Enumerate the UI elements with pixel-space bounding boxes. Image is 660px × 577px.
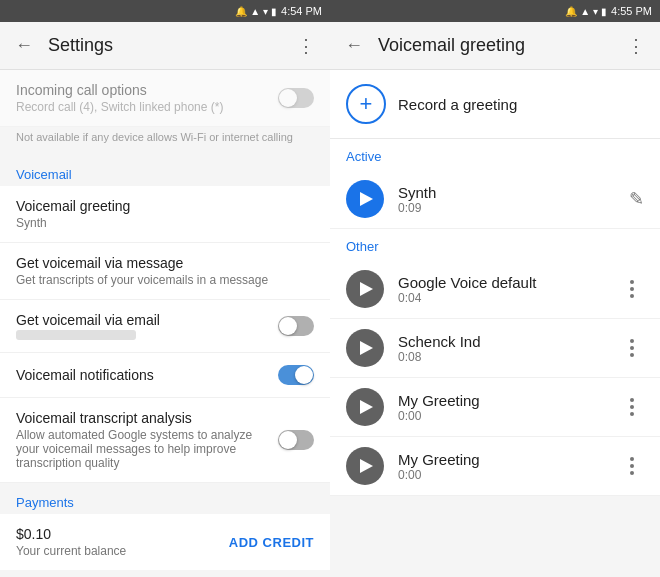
settings-app-bar: ← Settings ⋮ xyxy=(0,22,330,70)
more-vert-1[interactable] xyxy=(620,336,644,360)
voicemail-title: Voicemail greeting xyxy=(378,35,612,56)
voicemail-transcript-sublabel: Allow automated Google systems to analyz… xyxy=(16,428,270,470)
greeting-info-1: Schenck Ind 0:08 xyxy=(398,333,606,364)
record-plus-icon: + xyxy=(346,84,386,124)
record-greeting-button[interactable]: + Record a greeting xyxy=(330,70,660,139)
greeting-name-1: Schenck Ind xyxy=(398,333,606,350)
play-triangle-3 xyxy=(360,459,373,473)
payments-section-header: Payments xyxy=(0,483,330,514)
incoming-call-label: Incoming call options xyxy=(16,82,278,98)
back-button[interactable]: ← xyxy=(8,30,40,62)
voicemail-notifications-label: Voicemail notifications xyxy=(16,367,278,383)
incoming-call-sublabel: Record call (4), Switch linked phone (*) xyxy=(16,100,278,114)
settings-panel: 🔔 ▲ ▾ ▮ 4:54 PM ← Settings ⋮ Incoming ca… xyxy=(0,0,330,577)
active-greeting-name: Synth xyxy=(398,184,615,201)
signal-icon: ▲ xyxy=(250,6,260,17)
record-greeting-label: Record a greeting xyxy=(398,96,517,113)
voicemail-email-sublabel xyxy=(16,330,136,340)
greeting-name-2: My Greeting xyxy=(398,392,606,409)
voicemail-transcript-setting[interactable]: Voicemail transcript analysis Allow auto… xyxy=(0,398,330,483)
voicemail-greeting-panel: 🔔 ▲ ▾ ▮ 4:55 PM ← Voicemail greeting ⋮ +… xyxy=(330,0,660,577)
left-time: 4:54 PM xyxy=(281,5,322,17)
play-button-2[interactable] xyxy=(346,388,384,426)
payments-amount: $0.10 xyxy=(16,526,126,542)
voicemail-notifications-toggle[interactable] xyxy=(278,365,314,385)
voicemail-transcript-toggle[interactable] xyxy=(278,430,314,450)
voicemail-greeting-label: Voicemail greeting xyxy=(16,198,314,214)
settings-title: Settings xyxy=(48,35,282,56)
voicemail-notifications-setting[interactable]: Voicemail notifications xyxy=(0,353,330,398)
incoming-call-setting[interactable]: Incoming call options Record call (4), S… xyxy=(0,70,330,127)
play-triangle-1 xyxy=(360,341,373,355)
right-status-bar: 🔔 ▲ ▾ ▮ 4:55 PM xyxy=(330,0,660,22)
play-button-1[interactable] xyxy=(346,329,384,367)
play-triangle-2 xyxy=(360,400,373,414)
voicemail-more-button[interactable]: ⋮ xyxy=(620,30,652,62)
greeting-duration-3: 0:00 xyxy=(398,468,606,482)
more-vert-3[interactable] xyxy=(620,454,644,478)
active-play-button[interactable] xyxy=(346,180,384,218)
status-icons: 🔔 ▲ ▾ ▮ xyxy=(235,6,277,17)
active-greeting-item[interactable]: Synth 0:09 ✎ xyxy=(330,170,660,229)
greeting-duration-2: 0:00 xyxy=(398,409,606,423)
voicemail-message-label: Get voicemail via message xyxy=(16,255,314,271)
voicemail-message-setting[interactable]: Get voicemail via message Get transcript… xyxy=(0,243,330,300)
greeting-item-1[interactable]: Schenck Ind 0:08 xyxy=(330,319,660,378)
right-wifi-icon: ▾ xyxy=(593,6,598,17)
right-signal-icon: ▲ xyxy=(580,6,590,17)
greeting-item-3[interactable]: My Greeting 0:00 xyxy=(330,437,660,496)
payments-sublabel: Your current balance xyxy=(16,544,126,558)
play-triangle-0 xyxy=(360,282,373,296)
settings-more-button[interactable]: ⋮ xyxy=(290,30,322,62)
other-section-label: Other xyxy=(330,229,660,260)
toggle-thumb-notif xyxy=(295,366,313,384)
voicemail-section-header: Voicemail xyxy=(0,155,330,186)
active-section-label: Active xyxy=(330,139,660,170)
greeting-item-0[interactable]: Google Voice default 0:04 xyxy=(330,260,660,319)
greeting-info-2: My Greeting 0:00 xyxy=(398,392,606,423)
greeting-name-3: My Greeting xyxy=(398,451,606,468)
toggle-thumb xyxy=(279,89,297,107)
greeting-item-2[interactable]: My Greeting 0:00 xyxy=(330,378,660,437)
voicemail-greeting-setting[interactable]: Voicemail greeting Synth xyxy=(0,186,330,243)
toggle-thumb-email xyxy=(279,317,297,335)
incoming-call-toggle[interactable] xyxy=(278,88,314,108)
greeting-info-3: My Greeting 0:00 xyxy=(398,451,606,482)
voicemail-email-setting[interactable]: Get voicemail via email xyxy=(0,300,330,353)
incoming-call-note: Not available if any device allows Wi-Fi… xyxy=(0,127,330,155)
active-greeting-duration: 0:09 xyxy=(398,201,615,215)
right-notification-icon: 🔔 xyxy=(565,6,577,17)
voicemail-greeting-sublabel: Synth xyxy=(16,216,314,230)
settings-content: Incoming call options Record call (4), S… xyxy=(0,70,330,577)
voicemail-email-label: Get voicemail via email xyxy=(16,312,278,328)
right-battery-icon: ▮ xyxy=(601,6,607,17)
right-time: 4:55 PM xyxy=(611,5,652,17)
voicemail-content: + Record a greeting Active Synth 0:09 ✎ … xyxy=(330,70,660,577)
play-button-0[interactable] xyxy=(346,270,384,308)
more-vert-0[interactable] xyxy=(620,277,644,301)
more-vert-2[interactable] xyxy=(620,395,644,419)
greeting-name-0: Google Voice default xyxy=(398,274,606,291)
voicemail-app-bar: ← Voicemail greeting ⋮ xyxy=(330,22,660,70)
right-status-icons: 🔔 ▲ ▾ ▮ xyxy=(565,6,607,17)
voicemail-email-toggle[interactable] xyxy=(278,316,314,336)
greeting-duration-0: 0:04 xyxy=(398,291,606,305)
edit-icon[interactable]: ✎ xyxy=(629,188,644,210)
wifi-icon: ▾ xyxy=(263,6,268,17)
voicemail-message-sublabel: Get transcripts of your voicemails in a … xyxy=(16,273,314,287)
left-status-bar: 🔔 ▲ ▾ ▮ 4:54 PM xyxy=(0,0,330,22)
active-greeting-info: Synth 0:09 xyxy=(398,184,615,215)
notification-icon: 🔔 xyxy=(235,6,247,17)
play-button-3[interactable] xyxy=(346,447,384,485)
battery-icon: ▮ xyxy=(271,6,277,17)
voicemail-transcript-label: Voicemail transcript analysis xyxy=(16,410,270,426)
play-triangle-icon xyxy=(360,192,373,206)
greeting-info-0: Google Voice default 0:04 xyxy=(398,274,606,305)
greeting-duration-1: 0:08 xyxy=(398,350,606,364)
voicemail-back-button[interactable]: ← xyxy=(338,30,370,62)
payments-setting[interactable]: $0.10 Your current balance ADD CREDIT xyxy=(0,514,330,570)
toggle-thumb-transcript xyxy=(279,431,297,449)
add-credit-button[interactable]: ADD CREDIT xyxy=(229,535,314,550)
